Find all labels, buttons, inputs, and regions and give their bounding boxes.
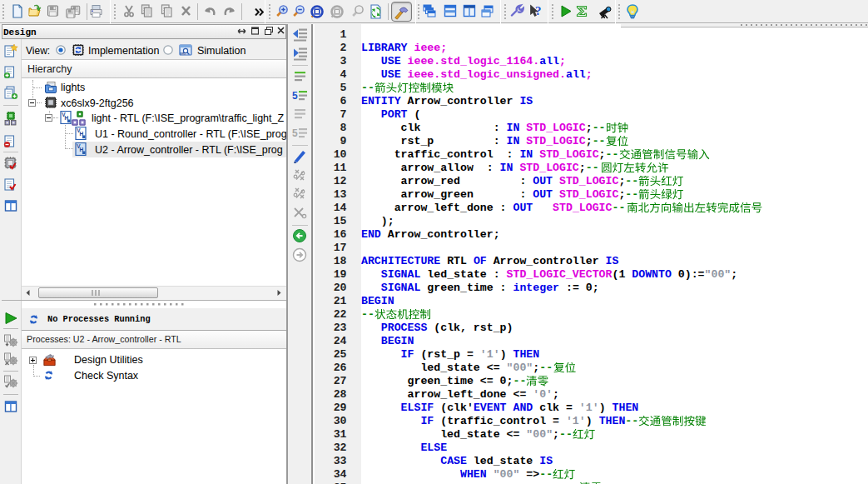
- svg-text:5: 5: [292, 127, 298, 139]
- svg-text:iSim: iSim: [181, 52, 186, 56]
- svg-text:5: 5: [292, 90, 298, 102]
